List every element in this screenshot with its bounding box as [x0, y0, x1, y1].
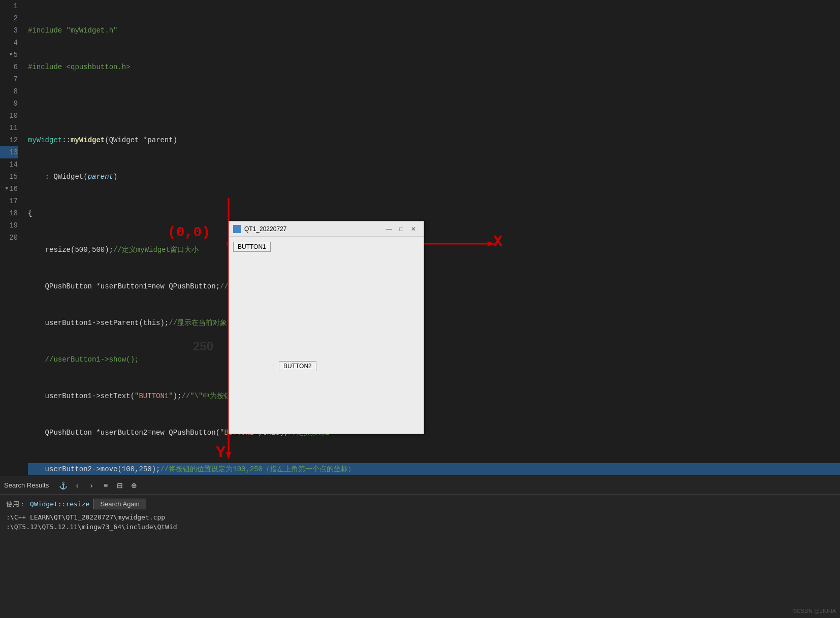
line-num-10: 10: [0, 110, 18, 122]
code-line-9: userButton1->setParent(this);//显示在当前对象窗口: [28, 317, 840, 329]
line-num-13: 13: [0, 146, 18, 158]
line-num-15: 15: [0, 171, 18, 183]
line-num-19: 19: [0, 219, 18, 232]
code-line-5: : QWidget(parent): [28, 171, 840, 183]
code-line-7: resize(500,500);//定义myWidget窗口大小: [28, 244, 840, 256]
line-num-4: 4: [0, 37, 18, 49]
toolbar-btn-prev[interactable]: ‹: [71, 479, 83, 492]
toolbar-btn-list[interactable]: ≡: [100, 479, 112, 492]
line-num-20: 20: [0, 232, 18, 244]
code-editor: 1 2 3 4 ▼5 6 7 8 9 10 11 12 13 14 15 ▼16…: [0, 0, 840, 386]
line-num-14: 14: [0, 158, 18, 171]
code-line-13: userButton2->move(100,250);//将按钮的位置设定为10…: [28, 463, 840, 475]
line-num-12: 12: [0, 134, 18, 146]
toolbar-btn-search-opts[interactable]: ⊕: [128, 479, 140, 492]
toolbar-btn-filter[interactable]: ⊟: [114, 479, 126, 492]
code-line-2: #include <qpushbutton.h>: [28, 61, 840, 73]
line-num-16: ▼16: [0, 183, 18, 195]
search-results-toolbar: Search Results ⚓ ‹ › ≡ ⊟ ⊕: [0, 476, 840, 495]
code-line-12: QPushButton *userButton2=new QPushButton…: [28, 427, 840, 439]
line-num-7: 7: [0, 73, 18, 85]
line-num-2: 2: [0, 12, 18, 24]
line-num-18: 18: [0, 207, 18, 219]
code-line-6: {: [28, 207, 840, 219]
code-text: #include "myWidget.h" #include <qpushbut…: [23, 0, 840, 386]
search-function-name: QWidget::resize: [30, 500, 89, 508]
search-result-1: :\C++ LEARN\QT\QT1_20220727\mywidget.cpp: [6, 512, 834, 522]
line-num-17: 17: [0, 195, 18, 207]
line-num-6: 6: [0, 61, 18, 73]
code-line-3: [28, 97, 840, 110]
line-num-5: ▼5: [0, 49, 18, 61]
line-num-11: 11: [0, 122, 18, 134]
search-result-2: :\QT5.12\QT5.12.11\mingw73_64\include\Qt…: [6, 522, 834, 532]
line-num-1: 1: [0, 0, 18, 12]
search-label: 使用：: [6, 500, 26, 509]
watermark: ©CSDN @JIUHA: [793, 608, 836, 614]
toolbar-btn-anchor[interactable]: ⚓: [57, 479, 69, 492]
line-num-8: 8: [0, 85, 18, 97]
toolbar-btn-next[interactable]: ›: [85, 479, 98, 492]
search-results-content: 使用： QWidget::resize Search Again :\C++ L…: [0, 495, 840, 536]
search-results-title: Search Results: [4, 481, 49, 489]
bottom-panel: Search Results ⚓ ‹ › ≡ ⊟ ⊕ 使用： QWidget::…: [0, 476, 840, 618]
search-again-button[interactable]: Search Again: [93, 499, 146, 509]
line-numbers: 1 2 3 4 ▼5 6 7 8 9 10 11 12 13 14 15 ▼16…: [0, 0, 23, 386]
line-num-3: 3: [0, 24, 18, 37]
search-row: 使用： QWidget::resize Search Again: [6, 499, 834, 509]
line-num-9: 9: [0, 97, 18, 110]
code-line-10: //userButton1->show();: [28, 353, 840, 366]
code-line-4: myWidget::myWidget(QWidget *parent): [28, 134, 840, 146]
code-line-11: userButton1->setText("BUTTON1");//"\"中为按…: [28, 390, 840, 402]
code-line-1: #include "myWidget.h": [28, 24, 840, 37]
code-line-8: QPushButton *userButton1=new QPushButton…: [28, 280, 840, 292]
